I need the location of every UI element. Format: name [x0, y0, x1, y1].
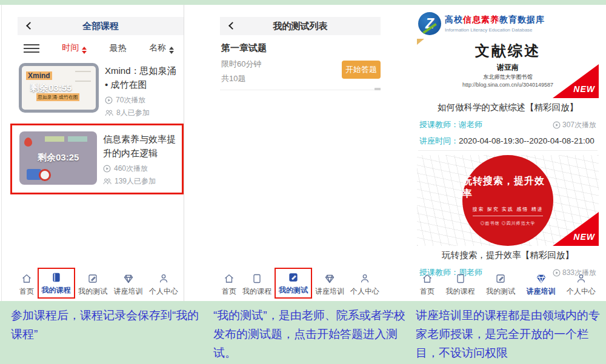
course-plays: 70次播放: [105, 95, 181, 105]
nav-my-tests[interactable]: 我的测试: [483, 270, 518, 299]
course-title: Xmind：思如泉涌 • 成竹在图: [105, 64, 181, 91]
bottom-nav: 首页 我的课程 我的测试 讲座培训 个人中心: [16, 268, 181, 299]
nav-lectures[interactable]: 讲座培训: [524, 270, 559, 299]
course-thumbnail: 剩余03:25: [19, 131, 97, 185]
course-info: 信息素养与效率提升的内在逻辑 460次播放 139人已参加: [103, 131, 179, 187]
test-icon: [287, 271, 299, 283]
lecture-title: 如何做科学的文献综述【精彩回放】: [419, 102, 596, 113]
brand-title: 高校信息素养教育数据库: [445, 15, 545, 25]
back-icon[interactable]: [26, 22, 34, 30]
site-brand: Z 高校信息素养教育数据库 Information Literacy Educa…: [418, 12, 545, 35]
course-thumbnail: Xmind 剩余03:55 思如泉涌·成竹在图: [19, 63, 99, 113]
chip-decoration: [45, 136, 64, 142]
course-joined: 139人已参加: [103, 176, 179, 187]
banner-speaker: 谢亚南: [417, 62, 599, 73]
brand-subtitle: Information Literacy Education Database: [445, 27, 545, 33]
red-circle-graphic: 玩转搜索，提升效率 搜索 探究 实践 感悟 精进 ◎图书馆 ◎四川师范大学: [462, 155, 553, 246]
banner-org: 东北师范大学图书馆: [417, 73, 599, 81]
sort-time[interactable]: 时间: [62, 42, 87, 54]
lecture-plays: 307次播放: [553, 120, 596, 130]
balloon-decoration: [24, 137, 32, 147]
caption-my-courses: 参加课程后，课程记录会保存到“我的课程”: [11, 306, 201, 344]
course-plays: 460次播放: [103, 164, 179, 174]
nav-lectures[interactable]: 讲座培训: [312, 270, 347, 299]
nav-my-courses[interactable]: 我的课程: [38, 268, 75, 299]
brand-text: 高校信息素养教育数据库 Information Literacy Educati…: [445, 15, 545, 33]
nav-my-courses[interactable]: 我的课程: [443, 270, 478, 299]
caption-my-tests: “我的测试”，是由老师、院系或者学校发布的测试题，点击开始答题进入测试。: [213, 306, 407, 362]
nav-home[interactable]: 首页: [219, 270, 239, 299]
sort-name[interactable]: 名称: [149, 42, 174, 54]
play-icon: [553, 121, 561, 129]
nav-profile[interactable]: 个人中心: [146, 270, 181, 299]
test-icon: [87, 273, 99, 285]
lecture-teacher: 授课教师：谢老师: [419, 119, 482, 130]
page-title: 全部课程: [82, 21, 119, 32]
test-list-item: 第一章试题 限时60分钟 共10题 开始答题: [221, 42, 381, 84]
menu-icon[interactable]: [24, 44, 39, 53]
start-answer-button[interactable]: 开始答题: [342, 61, 381, 79]
lecture-time: 讲座时间：2020-04-08-19:30--2020-04-08-21:00: [419, 135, 596, 148]
course-joined: 8人已参加: [105, 108, 181, 118]
new-badge: NEW: [553, 212, 599, 246]
filter-bar: 时间 最热 名称: [24, 42, 174, 54]
home-icon: [223, 273, 235, 285]
nav-home[interactable]: 首页: [417, 270, 438, 299]
person-icon: [359, 273, 371, 285]
nav-my-tests[interactable]: 我的测试: [75, 270, 110, 299]
diamond-icon: [122, 273, 135, 285]
test-icon: [494, 273, 507, 285]
list-separator: [418, 150, 598, 151]
nav-profile[interactable]: 个人中心: [347, 270, 382, 299]
people-icon: [103, 178, 112, 185]
banner-title: 文献综述: [417, 39, 599, 61]
fold-decoration: [417, 39, 424, 45]
lecture-banner-search[interactable]: 玩转搜索，提升效率 搜索 探究 实践 感悟 精进 ◎图书馆 ◎四川师范大学 NE…: [417, 155, 599, 246]
circle-keywords: 搜索 探究 实践 感悟 精进: [473, 206, 544, 216]
time-remaining-overlay: 剩余03:55: [30, 82, 72, 94]
thumb-badge: Xmind: [26, 71, 52, 80]
scrollbar[interactable]: [375, 88, 381, 90]
lecture-title: 玩转搜索，提升效率【精彩回放】: [419, 250, 596, 261]
nav-lectures[interactable]: 讲座培训: [111, 270, 146, 299]
course-item-info-literacy[interactable]: 剩余03:25 信息素养与效率提升的内在逻辑 460次播放 139人已参加: [10, 124, 184, 194]
book-icon: [251, 273, 263, 285]
database-logo-icon: Z: [418, 12, 441, 35]
bottom-nav: 首页 我的课程 我的测试 讲座培训 个人中心: [417, 270, 599, 299]
chip-decoration: [68, 136, 87, 142]
play-icon: [105, 96, 113, 104]
nav-my-tests[interactable]: 我的测试: [275, 268, 312, 299]
header-all-courses: 全部课程: [18, 17, 184, 35]
nav-home[interactable]: 首页: [16, 270, 37, 299]
back-icon[interactable]: [228, 22, 236, 30]
circle-title: 玩转搜索，提升效率: [462, 175, 553, 200]
course-item-xmind[interactable]: Xmind 剩余03:55 思如泉涌·成竹在图 Xmind：思如泉涌 • 成竹在…: [19, 63, 181, 118]
page-title: 我的测试列表: [273, 21, 328, 32]
book-icon: [50, 271, 62, 283]
panel-all-courses: 全部课程 时间 最热 名称 Xmind 剩余03:55 思如泉涌·成竹在图 Xm…: [1, 5, 184, 301]
lecture-banner-literature-review[interactable]: 文献综述 谢亚南 东北师范大学图书馆 http://blog.sina.com.…: [417, 39, 599, 98]
chart-decoration: [39, 169, 51, 181]
list-separator: [220, 90, 381, 90]
sketch-decoration: [75, 71, 91, 82]
screenshot-board: 全部课程 时间 最热 名称 Xmind 剩余03:55 思如泉涌·成竹在图 Xm…: [0, 5, 606, 301]
diamond-icon: [535, 273, 547, 285]
nav-my-courses[interactable]: 我的课程: [239, 270, 275, 299]
person-icon: [575, 273, 587, 285]
panel-my-tests: 我的测试列表 第一章试题 限时60分钟 共10题 开始答题 首页 我的课程 我的…: [206, 5, 381, 301]
lecture-item-1[interactable]: 如何做科学的文献综述【精彩回放】 授课教师：谢老师 307次播放 讲座时间：20…: [419, 102, 596, 148]
course-info: Xmind：思如泉涌 • 成竹在图 70次播放 8人已参加: [105, 63, 181, 118]
header-my-tests: 我的测试列表: [220, 17, 381, 35]
nav-profile[interactable]: 个人中心: [564, 270, 599, 299]
test-name: 第一章试题: [221, 42, 381, 54]
play-icon: [103, 165, 111, 173]
diamond-icon: [324, 273, 336, 285]
time-remaining-overlay: 剩余03:25: [38, 152, 79, 164]
circle-footnote: ◎图书馆 ◎四川师范大学: [481, 220, 536, 227]
thumb-caption: 思如泉涌·成竹在图: [36, 93, 79, 101]
sort-hot[interactable]: 最热: [110, 43, 127, 54]
sort-arrows-icon: [169, 47, 174, 54]
course-title: 信息素养与效率提升的内在逻辑: [103, 133, 179, 160]
caption-lectures: 讲座培训里的课程都是由领域内的专家老师授课，是完全开放的一个栏目，不设访问权限: [416, 306, 602, 362]
panel-lectures: Z 高校信息素养教育数据库 Information Literacy Educa…: [413, 5, 602, 301]
